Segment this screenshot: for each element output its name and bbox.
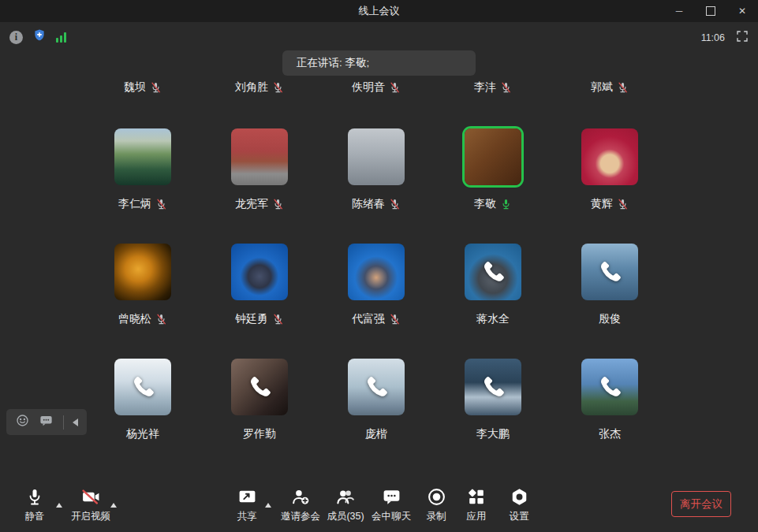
- settings-button[interactable]: 设置: [501, 486, 537, 523]
- participant-nameline: 魏坝: [124, 80, 162, 95]
- share-screen-button[interactable]: 共享: [226, 486, 267, 523]
- record-button[interactable]: 录制: [417, 486, 455, 523]
- phone-icon: [581, 244, 638, 300]
- participant-tile[interactable]: 曾晓松: [84, 244, 201, 326]
- participant-avatar[interactable]: [114, 128, 171, 185]
- participant-avatar[interactable]: [231, 244, 288, 300]
- start-video-label: 开启视频: [71, 510, 110, 523]
- video-options-caret[interactable]: [110, 503, 117, 508]
- status-left: i: [9, 28, 66, 46]
- settings-label: 设置: [510, 510, 529, 523]
- phone-icon: [348, 359, 405, 415]
- participant-nameline: 刘角胜: [235, 80, 284, 95]
- apps-grid-icon: [467, 486, 486, 508]
- fullscreen-icon[interactable]: [736, 30, 749, 46]
- chat-button[interactable]: 会中聊天: [366, 486, 416, 523]
- chat-bubble-icon[interactable]: [39, 413, 54, 431]
- close-button[interactable]: ✕: [726, 0, 758, 22]
- phone-icon: [465, 359, 521, 415]
- share-options-caret[interactable]: [265, 503, 271, 508]
- audio-participant[interactable]: 刘角胜: [201, 80, 318, 95]
- maximize-button[interactable]: [695, 0, 726, 22]
- participant-tile[interactable]: 李仁炳: [84, 128, 201, 211]
- participant-nameline: 李仁炳: [118, 197, 167, 211]
- microphone-icon: [25, 486, 44, 508]
- participant-avatar[interactable]: [348, 244, 405, 300]
- participant-tile[interactable]: 钟廷勇: [201, 244, 318, 326]
- mute-button[interactable]: 静音: [14, 486, 55, 523]
- participant-avatar[interactable]: [581, 244, 638, 300]
- participant-tile[interactable]: 殷俊: [551, 244, 668, 326]
- mic-status-icon: [389, 198, 401, 210]
- participant-avatar[interactable]: [581, 359, 638, 415]
- participant-tile[interactable]: 黄辉: [551, 128, 668, 211]
- participant-tile[interactable]: 代富强: [318, 244, 435, 326]
- record-label: 录制: [427, 510, 446, 523]
- participant-nameline: 黄辉: [591, 197, 629, 211]
- record-icon: [427, 486, 446, 508]
- participant-avatar[interactable]: [114, 359, 171, 415]
- participant-name: 魏坝: [124, 80, 146, 95]
- mic-status-icon: [155, 313, 167, 326]
- network-signal-icon[interactable]: [56, 32, 66, 43]
- participant-name: 杨光祥: [126, 427, 159, 441]
- participant-tile[interactable]: 李敬: [435, 128, 551, 211]
- participant-avatar[interactable]: [231, 359, 288, 415]
- share-screen-icon: [237, 486, 257, 508]
- info-icon[interactable]: i: [9, 31, 23, 44]
- audio-participant[interactable]: 魏坝: [84, 80, 201, 95]
- participant-avatar[interactable]: [465, 359, 521, 415]
- participant-avatar[interactable]: [581, 128, 638, 185]
- emoji-reaction-icon[interactable]: [15, 413, 30, 431]
- audio-participant[interactable]: 佚明音: [318, 80, 435, 95]
- security-shield-icon[interactable]: [32, 28, 47, 46]
- phone-icon: [581, 359, 638, 415]
- participant-nameline: 殷俊: [599, 312, 621, 326]
- start-video-button[interactable]: 开启视频: [66, 486, 115, 523]
- audio-participant[interactable]: 郭斌: [551, 80, 668, 95]
- participant-tile[interactable]: 李大鹏: [435, 359, 551, 441]
- participant-row: 杨光祥 罗作勤 庞楷: [84, 359, 668, 441]
- participant-tile[interactable]: 蒋水全: [435, 244, 551, 326]
- now-speaking-banner: 正在讲话: 李敬;: [282, 50, 476, 76]
- members-button[interactable]: 成员(35): [320, 486, 371, 523]
- mute-options-caret[interactable]: [56, 503, 62, 508]
- mic-status-icon: [272, 81, 284, 94]
- participant-avatar[interactable]: [348, 359, 405, 415]
- participant-nameline: 曾晓松: [118, 312, 167, 326]
- participant-avatar[interactable]: [114, 244, 171, 300]
- participant-nameline: 杨光祥: [126, 427, 159, 441]
- participant-tile[interactable]: 罗作勤: [201, 359, 318, 441]
- mic-status-icon: [617, 81, 629, 94]
- chat-label: 会中聊天: [372, 510, 411, 523]
- participant-avatar[interactable]: [231, 128, 288, 185]
- participant-avatar[interactable]: [348, 128, 405, 185]
- invite-person-icon: [290, 486, 311, 508]
- maximize-icon: [706, 6, 715, 16]
- camera-off-icon: [80, 486, 101, 508]
- participant-avatar[interactable]: [465, 244, 521, 300]
- collapse-panel-icon[interactable]: [73, 419, 78, 426]
- participant-avatar[interactable]: [465, 128, 521, 185]
- participant-nameline: 郭斌: [591, 80, 629, 95]
- minimize-button[interactable]: ─: [663, 0, 695, 22]
- meeting-window: 线上会议 ─ ✕ i 11:06 正在讲话: 李敬;: [0, 0, 758, 532]
- participant-nameline: 佚明音: [352, 80, 401, 95]
- participant-tile[interactable]: 张杰: [551, 359, 668, 441]
- phone-icon: [231, 359, 288, 415]
- participant-tile[interactable]: 杨光祥: [84, 359, 201, 441]
- participant-name: 庞楷: [365, 427, 387, 441]
- mic-status-icon: [389, 313, 401, 326]
- leave-meeting-button[interactable]: 离开会议: [671, 491, 731, 517]
- apps-button[interactable]: 应用: [458, 486, 495, 523]
- participant-name: 郭斌: [591, 80, 613, 95]
- participant-tile[interactable]: 龙宪军: [201, 128, 318, 211]
- audio-participant[interactable]: 李沣: [435, 80, 551, 95]
- participant-row: 曾晓松 钟廷勇: [84, 244, 668, 326]
- participant-tile[interactable]: 庞楷: [318, 359, 435, 441]
- window-title: 线上会议: [359, 4, 400, 18]
- participant-tile[interactable]: 陈绪春: [318, 128, 435, 211]
- participant-name: 罗作勤: [243, 427, 276, 441]
- phone-icon: [114, 359, 171, 415]
- meeting-timer: 11:06: [701, 32, 725, 43]
